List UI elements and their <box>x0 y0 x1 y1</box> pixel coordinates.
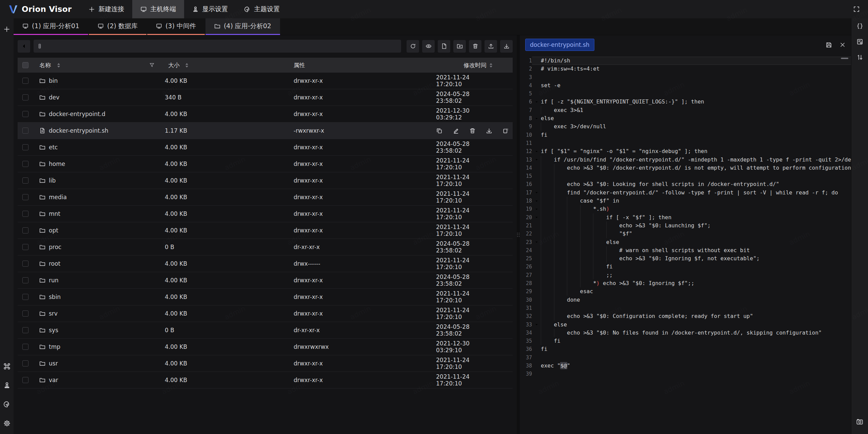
new-folder-button[interactable] <box>453 40 466 53</box>
sort-button[interactable] <box>851 50 868 65</box>
table-row[interactable]: media4.00 KBdrwxr-xr-x2021-11-24 17:20:1… <box>18 189 513 206</box>
row-checkbox[interactable] <box>22 294 28 300</box>
filter-funnel-icon[interactable] <box>149 62 155 68</box>
row-checkbox[interactable] <box>22 128 28 134</box>
select-all-checkbox[interactable] <box>22 62 28 68</box>
code-line-13[interactable]: 13 if /usr/bin/find "/docker-entrypoint.… <box>520 156 851 164</box>
fullscreen-button[interactable] <box>850 2 863 16</box>
table-row[interactable]: opt4.00 KBdrwxr-xr-x2021-11-24 17:20:10 <box>18 222 513 239</box>
path-input[interactable] <box>45 43 398 49</box>
new-file-button[interactable] <box>438 40 450 53</box>
code-line-10[interactable]: 10fi <box>520 131 851 139</box>
code-line-20[interactable]: 20 if [ -x "$f" ]; then <box>520 213 851 222</box>
table-row[interactable]: proc0 Bdr-xr-xr-x2024-05-28 23:58:02 <box>18 239 513 256</box>
fold-chevron-icon[interactable] <box>532 156 541 164</box>
braces-button[interactable] <box>851 18 868 34</box>
table-row[interactable]: tmp4.00 KBdrwxrwxrwx2021-12-30 03:29:10 <box>18 339 513 355</box>
row-checkbox[interactable] <box>22 360 28 366</box>
code-line-16[interactable]: 16 echo >&3 "$0: Looking for shell scrip… <box>520 180 851 188</box>
path-input-box[interactable] <box>34 40 401 53</box>
doc-bookmark-button[interactable] <box>851 34 868 50</box>
camera-button[interactable] <box>851 414 868 429</box>
code-line-36[interactable]: 36fi <box>520 345 851 353</box>
row-checkbox[interactable] <box>22 261 28 267</box>
table-row[interactable]: docker-entrypoint.d4.00 KBdrwxr-xr-x2021… <box>18 106 513 122</box>
table-row[interactable]: run4.00 KBdrwxr-xr-x2024-05-28 23:58:02 <box>18 272 513 289</box>
row-checkbox[interactable] <box>22 327 28 333</box>
panel-resize-divider[interactable] <box>517 35 520 434</box>
sort-carets-icon[interactable] <box>57 63 60 68</box>
terminal-tab-1[interactable]: (1) 应用-分析01 <box>14 18 88 35</box>
fold-chevron-icon[interactable] <box>532 114 541 122</box>
code-line-25[interactable]: 25 echo >&3 "$0: Ignoring $f, not execut… <box>520 254 851 263</box>
header-name[interactable]: 名称 <box>39 61 165 69</box>
terminal-tab-3[interactable]: (3) 中间件 <box>147 18 205 35</box>
code-line-27[interactable]: 27 ;; <box>520 271 851 279</box>
palette-button[interactable] <box>0 397 14 412</box>
code-line-11[interactable]: 11 <box>520 139 851 147</box>
row-checkbox[interactable] <box>22 277 28 283</box>
code-line-9[interactable]: 9 exec 3>/dev/null <box>520 122 851 131</box>
code-line-3[interactable]: 3 <box>520 73 851 81</box>
row-checkbox[interactable] <box>22 310 28 317</box>
code-line-17[interactable]: 17 find "/docker-entrypoint.d/" -follow … <box>520 189 851 197</box>
row-checkbox[interactable] <box>22 227 28 233</box>
code-line-26[interactable]: 26 fi <box>520 263 851 271</box>
terminal-tab-4[interactable]: (4) 应用-分析02 <box>205 18 280 35</box>
code-line-14[interactable]: 14 echo >&3 "$0: /docker-entrypoint.d/ i… <box>520 164 851 172</box>
table-row[interactable]: lib4.00 KBdrwxr-xr-x2021-11-24 17:20:10 <box>18 172 513 189</box>
table-row[interactable]: var4.00 KBdrwxr-xr-x2021-11-24 17:20:10 <box>18 372 513 389</box>
download-action-icon[interactable] <box>486 128 492 134</box>
fold-chevron-icon[interactable] <box>532 321 541 329</box>
fold-chevron-icon[interactable] <box>532 189 541 197</box>
code-area[interactable]: 1#!/bin/sh2# vim:sw=4:ts=4:et34set -e56i… <box>520 54 851 434</box>
trash-action-icon[interactable] <box>469 128 476 134</box>
fold-chevron-icon[interactable] <box>532 98 541 106</box>
code-line-15[interactable]: 15 <box>520 172 851 180</box>
row-checkbox[interactable] <box>22 194 28 200</box>
upload-button[interactable] <box>485 40 497 53</box>
code-line-2[interactable]: 2# vim:sw=4:ts=4:et <box>520 65 851 73</box>
table-row[interactable]: mnt4.00 KBdrwxr-xr-x2021-11-24 17:20:10 <box>18 206 513 222</box>
stamp-button[interactable] <box>0 378 14 393</box>
terminal-tab-2[interactable]: (2) 数据库 <box>89 18 146 35</box>
fold-chevron-icon[interactable] <box>532 205 541 213</box>
code-line-19[interactable]: 19 *.sh) <box>520 205 851 213</box>
back-button[interactable] <box>18 40 30 53</box>
eye-button[interactable] <box>422 40 435 53</box>
trash-button[interactable] <box>469 40 481 53</box>
table-row[interactable]: sbin4.00 KBdrwxr-xr-x2021-11-24 17:20:10 <box>18 289 513 305</box>
row-checkbox[interactable] <box>22 111 28 117</box>
nav-item-1[interactable]: 新建连接 <box>80 0 132 18</box>
table-row[interactable]: bin4.00 KBdrwxr-xr-x2021-11-24 17:20:10 <box>18 73 513 89</box>
nav-item-3[interactable]: 显示设置 <box>184 0 236 18</box>
table-row[interactable]: root4.00 KBdrwx------2021-11-24 17:20:10 <box>18 256 513 272</box>
code-line-1[interactable]: 1#!/bin/sh <box>520 57 851 65</box>
table-row[interactable]: sys0 Bdr-xr-xr-x2024-05-28 23:58:02 <box>18 322 513 339</box>
code-line-8[interactable]: 8else <box>520 114 851 122</box>
command-button[interactable] <box>0 359 14 374</box>
editor-close-button[interactable] <box>840 42 846 48</box>
code-line-31[interactable]: 31 <box>520 304 851 312</box>
plus-button[interactable] <box>0 22 14 37</box>
row-checkbox[interactable] <box>22 144 28 150</box>
code-line-39[interactable]: 39 <box>520 370 851 378</box>
close-panel-button[interactable] <box>835 18 851 35</box>
code-line-35[interactable]: 35 fi <box>520 337 851 345</box>
code-line-4[interactable]: 4set -e <box>520 81 851 90</box>
download-button[interactable] <box>500 40 513 53</box>
move-action-icon[interactable] <box>502 128 509 134</box>
fold-chevron-icon[interactable] <box>532 147 541 155</box>
gear-button[interactable] <box>0 416 14 431</box>
code-line-5[interactable]: 5 <box>520 90 851 98</box>
code-line-23[interactable]: 23 else <box>520 238 851 246</box>
code-line-6[interactable]: 6if [ -z "${NGINX_ENTRYPOINT_QUIET_LOGS:… <box>520 98 851 106</box>
row-checkbox[interactable] <box>22 78 28 84</box>
code-line-12[interactable]: 12if [ "$1" = "nginx" -o "$1" = "nginx-d… <box>520 147 851 155</box>
code-line-32[interactable]: 32 echo >&3 "$0: Configuration complete;… <box>520 312 851 320</box>
table-row[interactable]: srv4.00 KBdrwxr-xr-x2021-11-24 17:20:10 <box>18 305 513 322</box>
row-checkbox[interactable] <box>22 244 28 250</box>
add-tab-button[interactable] <box>281 18 300 35</box>
nav-item-4[interactable]: 主题设置 <box>236 0 288 18</box>
fold-chevron-icon[interactable] <box>532 213 541 222</box>
